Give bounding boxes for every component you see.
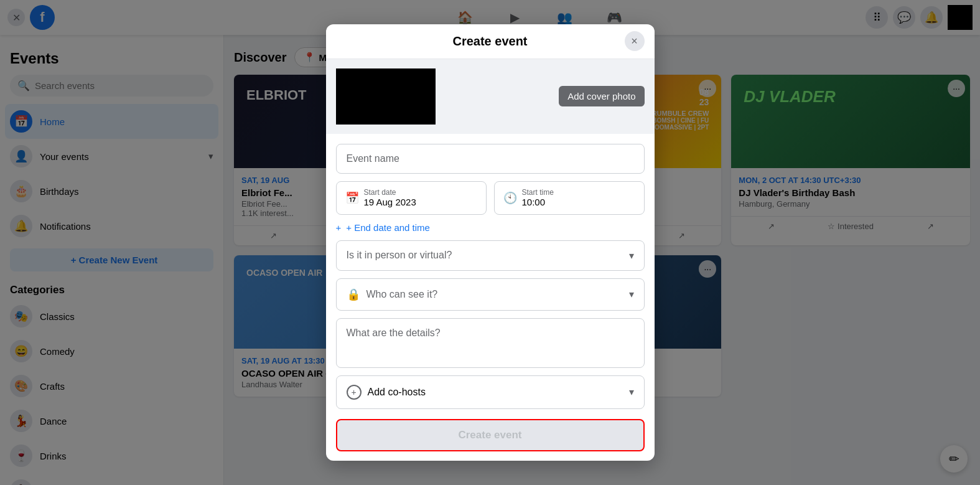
in-person-select[interactable]: Is it in person or virtual? ▾ <box>336 240 645 271</box>
chevron-down-in-person: ▾ <box>629 250 634 261</box>
details-textarea[interactable] <box>336 318 645 368</box>
create-event-modal: Create event × Add cover photo 📅 Start d… <box>326 24 655 461</box>
end-date-label: + End date and time <box>346 222 430 233</box>
modal-header: Create event × <box>326 24 655 59</box>
cover-black-box <box>336 68 436 125</box>
modal-title: Create event <box>452 34 527 49</box>
end-date-link[interactable]: + + End date and time <box>336 222 645 233</box>
calendar-icon: 📅 <box>345 191 359 205</box>
date-time-row: 📅 Start date 19 Aug 2023 🕙 Start time 10… <box>336 181 645 215</box>
in-person-placeholder: Is it in person or virtual? <box>347 250 452 261</box>
who-can-see-left: 🔒 Who can see it? <box>347 288 438 301</box>
time-field-content: Start time 10:00 <box>522 188 554 208</box>
plus-end-icon: + <box>336 222 342 233</box>
who-can-see-select[interactable]: 🔒 Who can see it? ▾ <box>336 278 645 311</box>
create-event-button[interactable]: Create event <box>336 419 645 451</box>
start-time-label: Start time <box>522 188 554 197</box>
lock-icon: 🔒 <box>347 288 360 301</box>
clock-icon: 🕙 <box>503 191 517 205</box>
start-time-field[interactable]: 🕙 Start time 10:00 <box>494 181 645 215</box>
chevron-down-cohosts: ▾ <box>629 386 634 398</box>
co-hosts-row[interactable]: + Add co-hosts ▾ <box>336 375 645 409</box>
event-name-input[interactable] <box>336 144 645 174</box>
who-can-see-label: Who can see it? <box>366 289 438 300</box>
modal-form: 📅 Start date 19 Aug 2023 🕙 Start time 10… <box>326 134 655 461</box>
date-field-content: Start date 19 Aug 2023 <box>364 188 416 208</box>
start-time-value: 10:00 <box>522 197 546 207</box>
modal-overlay[interactable]: Create event × Add cover photo 📅 Start d… <box>0 0 980 485</box>
start-date-label: Start date <box>364 188 416 197</box>
co-hosts-icon: + <box>347 385 362 400</box>
cover-photo-area: Add cover photo <box>326 59 655 134</box>
co-hosts-label: Add co-hosts <box>368 387 426 398</box>
start-date-field[interactable]: 📅 Start date 19 Aug 2023 <box>336 181 487 215</box>
chevron-down-who: ▾ <box>629 288 634 300</box>
add-cover-photo-button[interactable]: Add cover photo <box>559 86 644 106</box>
start-date-value: 19 Aug 2023 <box>364 197 416 207</box>
modal-close-button[interactable]: × <box>625 31 645 51</box>
co-hosts-left: + Add co-hosts <box>347 385 426 400</box>
